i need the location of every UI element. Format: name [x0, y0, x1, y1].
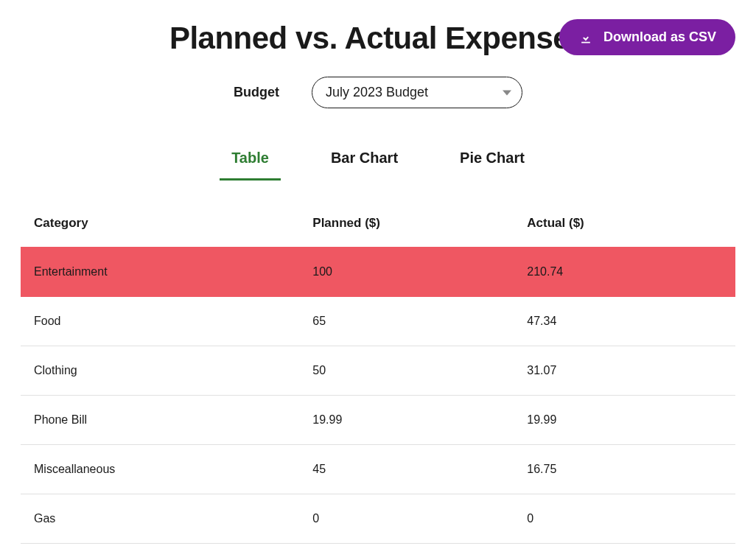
tab-table[interactable]: Table	[220, 141, 281, 181]
col-header-category: Category	[21, 207, 299, 248]
cell-actual: 47.34	[514, 297, 735, 346]
cell-planned: 19.99	[299, 396, 514, 445]
cell-planned: 100	[299, 248, 514, 297]
budget-select[interactable]: July 2023 Budget	[312, 77, 522, 108]
download-icon	[578, 30, 593, 45]
download-csv-label: Download as CSV	[603, 29, 716, 45]
table-row: Food6547.34	[21, 297, 735, 346]
expenses-table: Category Planned ($) Actual ($) Entertai…	[21, 207, 735, 544]
chevron-down-icon	[503, 90, 511, 95]
table-row: Gas00	[21, 494, 735, 544]
cell-category: Clothing	[21, 346, 299, 396]
cell-planned: 65	[299, 297, 514, 346]
col-header-actual: Actual ($)	[514, 207, 735, 248]
cell-category: Food	[21, 297, 299, 346]
cell-category: Phone Bill	[21, 396, 299, 445]
table-row: Entertainment100210.74	[21, 248, 735, 297]
budget-selected-value: July 2023 Budget	[326, 85, 428, 99]
tab-pie-chart[interactable]: Pie Chart	[448, 141, 536, 181]
table-row: Clothing5031.07	[21, 346, 735, 396]
table-row: Phone Bill19.9919.99	[21, 396, 735, 445]
page-title: Planned vs. Actual Expenses	[169, 21, 587, 56]
cell-planned: 45	[299, 445, 514, 494]
budget-label: Budget	[234, 85, 279, 100]
cell-category: Gas	[21, 494, 299, 544]
cell-actual: 16.75	[514, 445, 735, 494]
download-csv-button[interactable]: Download as CSV	[559, 19, 735, 55]
cell-category: Entertainment	[21, 248, 299, 297]
cell-actual: 210.74	[514, 248, 735, 297]
view-tabs: Table Bar Chart Pie Chart	[21, 141, 735, 181]
cell-actual: 19.99	[514, 396, 735, 445]
cell-category: Misceallaneous	[21, 445, 299, 494]
tab-bar-chart[interactable]: Bar Chart	[319, 141, 410, 181]
cell-actual: 0	[514, 494, 735, 544]
cell-actual: 31.07	[514, 346, 735, 396]
table-row: Misceallaneous4516.75	[21, 445, 735, 494]
cell-planned: 0	[299, 494, 514, 544]
col-header-planned: Planned ($)	[299, 207, 514, 248]
cell-planned: 50	[299, 346, 514, 396]
